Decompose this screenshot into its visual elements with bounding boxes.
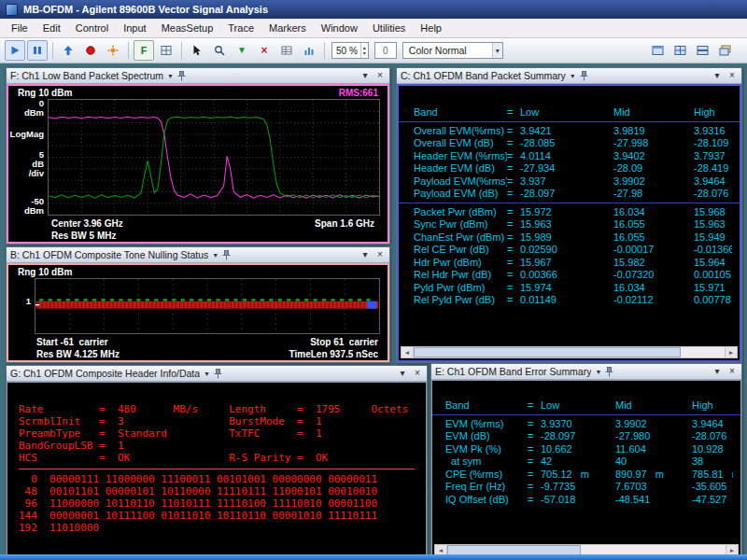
- table-row: Rel CE Pwr (dB)=0.02590-0.00017-0.01366: [414, 244, 732, 257]
- spinner-icons[interactable]: ▴▾: [360, 43, 368, 58]
- panel-e-title: E: Ch1 OFDM Band Error Summary: [435, 366, 591, 377]
- trace-select-dropdown-icon[interactable]: ▼: [212, 252, 218, 259]
- zoom-tool-button[interactable]: [209, 40, 230, 61]
- layout-cascade-icon: [719, 45, 731, 56]
- menu-edit[interactable]: Edit: [35, 21, 68, 35]
- panel-close-icon[interactable]: ×: [374, 70, 386, 81]
- restart-button[interactable]: [58, 40, 78, 61]
- pin-icon[interactable]: [605, 367, 613, 377]
- panel-g-title: G: Ch1 OFDM Composite Header Info/Data: [10, 368, 200, 379]
- table-separator: [399, 203, 740, 203]
- panel-menu-icon[interactable]: ▾: [359, 70, 371, 81]
- panel-f-header[interactable]: F: Ch1 Low Band Packet Spectrum ▼ ▾ ×: [7, 68, 389, 84]
- select-tool-button[interactable]: [187, 40, 207, 61]
- menu-trace[interactable]: Trace: [220, 21, 261, 35]
- panel-g-header[interactable]: G: Ch1 OFDM Composite Header Info/Data ▼…: [7, 366, 427, 382]
- marker-table-button[interactable]: [276, 40, 297, 61]
- panel-close-icon[interactable]: ×: [726, 70, 738, 81]
- app-window: MB-OFDM - Agilent 89600B Vector Signal A…: [0, 0, 747, 560]
- app-icon: [6, 4, 18, 16]
- table-separator: [432, 414, 740, 415]
- display-layout-button[interactable]: [156, 40, 176, 61]
- pause-button[interactable]: [27, 40, 48, 61]
- pin-icon[interactable]: [214, 369, 222, 379]
- scrollbar-thumb[interactable]: [414, 347, 681, 357]
- menu-meassetup[interactable]: MeasSetup: [154, 21, 221, 35]
- header-info-line: PreambType = Standard TxTFC = 1: [19, 427, 416, 440]
- table-row: ChanEst Pwr (dBm)=15.98916.05515.949: [414, 231, 732, 245]
- header-data-line: 0 00000111 11000000 11100011 00101001 00…: [19, 473, 416, 485]
- range-label: Rng 10 dBm: [18, 267, 72, 278]
- trigger-button[interactable]: [103, 40, 123, 61]
- res-bw-label: Res BW 5 MHz: [51, 230, 116, 242]
- table-separator: [399, 121, 740, 122]
- layout-stack-icon: [697, 45, 709, 56]
- trace-select-dropdown-icon[interactable]: ▼: [204, 371, 210, 377]
- table-row: Packet Pwr (dBm)=15.97216.03415.968: [414, 206, 732, 219]
- layout-quad-button[interactable]: [669, 40, 690, 61]
- pin-icon[interactable]: [177, 71, 186, 81]
- header-info-line: Rate = 480 MB/s Length = 1795 Octets: [19, 403, 416, 415]
- header-data-line: 144 00000001 10111100 01011010 10110110 …: [19, 510, 416, 522]
- record-button[interactable]: [80, 40, 101, 61]
- horizontal-scrollbar[interactable]: ◄ ►: [401, 346, 738, 358]
- panel-g-body: Rate = 480 MB/s Length = 1795 OctetsScrm…: [7, 382, 427, 559]
- band-error-summary-table: Band=LowMidHighEVM (%rms)=3.93703.99023.…: [445, 399, 733, 506]
- panel-b-header[interactable]: B: Ch1 OFDM Composite Tone Nulling Statu…: [7, 247, 389, 263]
- panel-close-icon[interactable]: ×: [726, 366, 738, 377]
- zoom-level-control[interactable]: 50 % ▴▾: [331, 42, 369, 59]
- record-icon: [85, 45, 96, 56]
- table-row: Header EVM (%rms)=4.01143.94023.7937: [414, 150, 732, 163]
- menu-utilities[interactable]: Utilities: [365, 21, 413, 35]
- panel-menu-icon[interactable]: ▾: [359, 249, 371, 260]
- panel-close-icon[interactable]: ×: [412, 368, 423, 379]
- panel-e-body: Band=LowMidHighEVM (%rms)=3.93703.99023.…: [431, 380, 741, 559]
- range-label: Rng 10 dBm: [18, 88, 72, 99]
- marker-clear-button[interactable]: ×: [254, 40, 275, 61]
- frequency-hold-button[interactable]: F: [134, 40, 154, 61]
- toolbar-separator: [52, 42, 53, 59]
- marker-peak-icon: ▼: [237, 46, 247, 55]
- spectrum-plot[interactable]: [48, 99, 380, 216]
- table-row: Payload EVM(%rms)=3.9373.99023.9464: [414, 175, 732, 189]
- trace-select-dropdown-icon[interactable]: ▼: [167, 73, 174, 79]
- marker-peak-button[interactable]: ▼: [232, 40, 252, 61]
- menu-control[interactable]: Control: [68, 21, 116, 35]
- header-data-line: 48 00101101 00000101 10110000 11110111 1…: [19, 485, 416, 497]
- layout-stack-button[interactable]: [692, 40, 712, 61]
- color-scheme-select[interactable]: Color Normal ▾: [402, 42, 503, 59]
- menu-window[interactable]: Window: [314, 21, 365, 35]
- panel-close-icon[interactable]: ×: [374, 249, 386, 260]
- trace-select-dropdown-icon[interactable]: ▼: [570, 73, 576, 79]
- scrollbar-track[interactable]: [414, 347, 725, 357]
- table-row: Rel Hdr Pwr (dB)=0.00366-0.073200.00105: [414, 269, 732, 282]
- menu-help[interactable]: Help: [413, 21, 449, 35]
- menu-markers[interactable]: Markers: [261, 21, 314, 35]
- panel-e-header[interactable]: E: Ch1 OFDM Band Error Summary ▼ ▾ ×: [431, 364, 741, 380]
- panel-menu-icon[interactable]: ▾: [397, 368, 408, 379]
- tone-nulling-plot[interactable]: [35, 278, 380, 334]
- scroll-right-icon[interactable]: ►: [725, 347, 737, 357]
- y-axis-labels: 0dBm LogMag 5dB/div -50dBm: [12, 99, 48, 216]
- panel-tone-nulling-status: B: Ch1 OFDM Composite Tone Nulling Statu…: [6, 246, 390, 363]
- pin-icon[interactable]: [580, 71, 588, 81]
- menu-input[interactable]: Input: [116, 21, 153, 35]
- pin-icon[interactable]: [222, 250, 231, 260]
- panel-c-header[interactable]: C: Ch1 OFDM Band Packet Summary ▼ ▾ ×: [397, 68, 741, 84]
- menu-file[interactable]: File: [4, 21, 35, 35]
- layout-quad-icon: [674, 45, 686, 56]
- table-row: Overall EVM (dB)=-28.085-27.998-28.109: [414, 137, 732, 150]
- panel-menu-icon[interactable]: ▾: [712, 70, 723, 81]
- titlebar: MB-OFDM - Agilent 89600B Vector Signal A…: [0, 0, 747, 19]
- layout-cascade-button[interactable]: [714, 40, 735, 61]
- trace-select-dropdown-icon[interactable]: ▼: [595, 369, 601, 375]
- panel-menu-icon[interactable]: ▾: [712, 366, 723, 377]
- aux-value-box[interactable]: 0: [374, 42, 397, 59]
- spin-down-icon[interactable]: ▾: [363, 50, 366, 56]
- scroll-left-icon[interactable]: ◄: [402, 347, 414, 357]
- play-button[interactable]: [5, 40, 25, 61]
- band-power-button[interactable]: [299, 40, 319, 61]
- layout-single-button[interactable]: [647, 40, 668, 61]
- divider: [19, 469, 415, 469]
- panel-band-packet-summary: C: Ch1 OFDM Band Packet Summary ▼ ▾ × Ba…: [396, 67, 742, 363]
